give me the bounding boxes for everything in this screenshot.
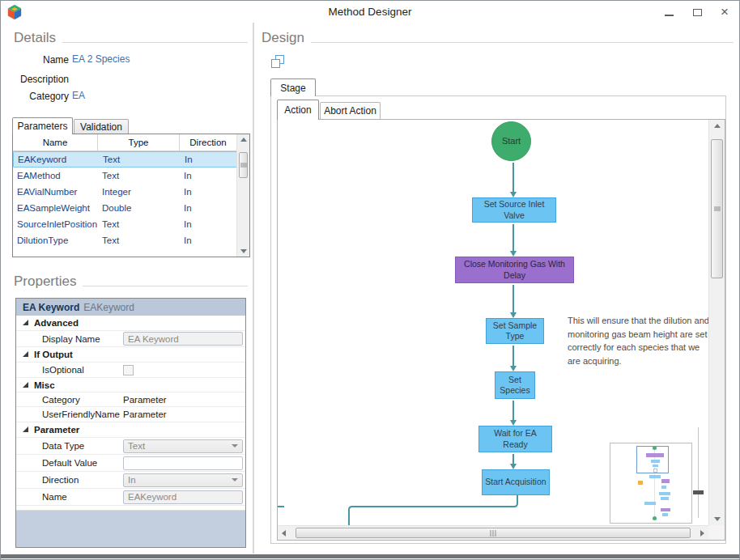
dropdown-arrow-icon [232, 444, 238, 448]
scroll-down-icon[interactable] [237, 249, 249, 253]
expander-icon [23, 351, 28, 357]
category-label: Category [14, 91, 69, 102]
table-row-easampleweight[interactable]: EASampleWeight Double In [13, 200, 249, 216]
selected-parameter-name: EAKeyword [83, 302, 134, 313]
flow-node-start-acquisition[interactable]: Start Acquisition [482, 469, 550, 495]
minimap-node [661, 486, 666, 489]
design-heading: Design [262, 28, 734, 46]
parameters-table: Name Type Direction EAKeyword Text In EA… [12, 134, 250, 257]
minimap-node [649, 475, 661, 478]
title-bar: Method Designer × [1, 1, 739, 23]
flow-arrow [512, 224, 514, 251]
details-heading: Details [14, 28, 248, 46]
tab-action[interactable]: Action [277, 100, 319, 120]
tab-parameters[interactable]: Parameters [12, 117, 73, 134]
table-row-sourceinletposition[interactable]: SourceInletPosition Text In [13, 216, 249, 232]
minimap-node [662, 513, 668, 516]
flow-node-close-monitoring-gas[interactable]: Close Monitoring Gas With Delay [455, 257, 574, 283]
row-direction: Direction In [16, 472, 245, 489]
close-icon: × [721, 6, 729, 18]
data-type-dropdown[interactable]: Text [123, 439, 243, 453]
table-row-eamethod[interactable]: EAMethod Text In [13, 168, 249, 184]
scroll-down-icon[interactable] [709, 517, 725, 521]
close-button[interactable]: × [714, 4, 735, 20]
minimize-icon [665, 15, 674, 16]
flowchart-annotation[interactable]: This will ensure that the dilution and m… [568, 314, 708, 367]
scroll-right-icon[interactable] [700, 526, 704, 540]
canvas-vertical-scrollbar[interactable] [708, 120, 725, 525]
column-header-type[interactable]: Type [98, 134, 180, 151]
zoom-slider-thumb[interactable] [693, 490, 704, 494]
expander-icon [23, 426, 28, 432]
row-data-type: Data Type Text [16, 438, 245, 455]
flow-node-set-source-inlet-valve[interactable]: Set Source Inlet Valve [472, 197, 556, 223]
isoptional-checkbox[interactable] [123, 365, 134, 375]
table-row-eakeyword[interactable]: EAKeyword Text In [13, 151, 249, 168]
row-display-name: Display Name EA Keyword [16, 331, 245, 347]
property-grid-header: EA Keyword EAKeyword [16, 299, 245, 316]
flow-arrow [512, 163, 514, 192]
group-misc[interactable]: Misc [16, 378, 245, 392]
scroll-left-icon[interactable] [282, 526, 286, 540]
selected-parameter-title: EA Keyword [23, 302, 79, 313]
minimap-node [661, 479, 670, 483]
display-name-field[interactable]: EA Keyword [123, 332, 243, 346]
tab-stage[interactable]: Stage [270, 78, 316, 96]
table-header: Name Type Direction [13, 134, 249, 151]
column-header-direction[interactable]: Direction [180, 134, 236, 151]
horizontal-scrollbar-thumb[interactable] [296, 528, 691, 538]
window-title: Method Designer [1, 6, 739, 18]
design-canvas: Start Set Source Inlet Valve Close Monit… [277, 119, 725, 541]
default-value-field[interactable] [123, 456, 243, 470]
property-grid-filler [16, 510, 245, 547]
flowchart-canvas[interactable]: Start Set Source Inlet Valve Close Monit… [278, 120, 708, 525]
flow-node-wait-for-ea-ready[interactable]: Wait for EA Ready [478, 426, 552, 452]
scrollbar-grip-icon [491, 530, 496, 537]
minimize-button[interactable] [658, 4, 679, 20]
table-scrollbar[interactable] [236, 134, 249, 257]
scroll-up-icon[interactable] [237, 138, 249, 142]
row-name: Name EAKeyword [16, 489, 245, 506]
userfriendlyname-value: Parameter [123, 409, 243, 419]
maximize-button[interactable] [687, 4, 708, 20]
property-grid: EA Keyword EAKeyword Advanced Display Na… [15, 298, 246, 548]
row-default-value: Default Value [16, 455, 245, 472]
expander-icon [23, 382, 28, 388]
scrollbar-grip-icon [714, 206, 721, 212]
vertical-scrollbar-thumb[interactable] [711, 139, 723, 278]
category-value: EA [72, 90, 85, 101]
flow-arrow [512, 401, 514, 420]
flow-arrow [512, 454, 514, 464]
minimap-node [644, 502, 656, 505]
table-row-eavialnumber[interactable]: EAVialNumber Integer In [13, 184, 249, 200]
description-label: Description [1, 74, 69, 85]
tab-abort-action[interactable]: Abort Action [320, 102, 381, 119]
overview-minimap[interactable] [610, 443, 692, 524]
expander-icon [23, 320, 28, 325]
loop-connector [278, 495, 529, 525]
group-if-output[interactable]: If Output [16, 347, 245, 363]
row-category: Category Parameter [16, 392, 245, 407]
scroll-up-icon[interactable] [709, 124, 725, 128]
zoom-slider[interactable] [698, 427, 699, 518]
canvas-horizontal-scrollbar[interactable] [278, 525, 708, 540]
minimap-node [661, 508, 670, 511]
name-label: Name [14, 54, 69, 66]
direction-dropdown[interactable]: In [123, 473, 243, 487]
column-header-name[interactable]: Name [13, 134, 98, 151]
flow-node-set-sample-type[interactable]: Set Sample Type [486, 318, 544, 344]
group-parameter[interactable]: Parameter [16, 422, 245, 438]
flow-node-start[interactable]: Start [491, 121, 531, 161]
table-scrollbar-thumb[interactable] [239, 152, 248, 178]
row-isoptional: IsOptional [16, 363, 245, 378]
tab-validation[interactable]: Validation [74, 119, 129, 134]
flow-node-set-species[interactable]: Set Species [495, 371, 535, 399]
copy-icon[interactable] [271, 55, 286, 70]
group-advanced[interactable]: Advanced [16, 316, 245, 331]
category-value: Parameter [123, 395, 243, 405]
table-row-dilutiontype[interactable]: DilutionType Text In [13, 232, 249, 248]
minimap-node [638, 481, 643, 485]
minimap-viewport[interactable] [636, 446, 669, 473]
name-field[interactable]: EAKeyword [123, 490, 243, 504]
scrollbar-grip-icon [240, 163, 247, 168]
